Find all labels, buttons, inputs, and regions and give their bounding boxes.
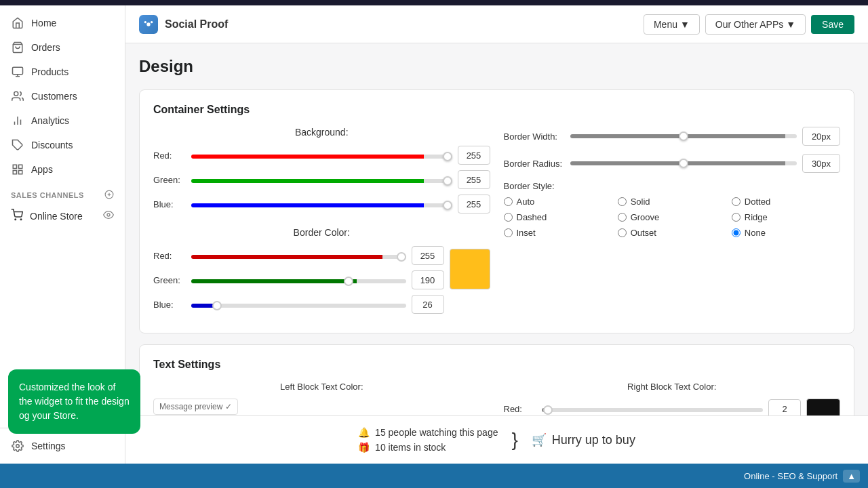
- other-apps-chevron-icon: ▼: [786, 19, 795, 30]
- border-radius-slider[interactable]: [570, 161, 797, 165]
- bc-red-row: Red: 255: [153, 246, 444, 265]
- menu-button[interactable]: Menu ▼: [644, 14, 700, 35]
- bc-red-slider[interactable]: [191, 255, 406, 259]
- right-settings-col: Border Width: 20px Border Radius: 30px B…: [504, 127, 841, 319]
- page-content: Design Container Settings Background: Re…: [125, 43, 868, 415]
- left-text-block: Left Block Text Color: Message preview ✓…: [153, 382, 490, 415]
- sidebar-item-label-customers: Customers: [31, 91, 77, 102]
- svg-point-17: [20, 219, 22, 220]
- preview-right: 🛒 Hurry up to buy: [532, 432, 635, 447]
- container-settings-card: Container Settings Background: Red: 255: [139, 89, 854, 333]
- bc-green-label: Green:: [153, 275, 186, 285]
- right-text-title: Right Block Text Color:: [504, 382, 841, 392]
- sales-channels-label: SALES CHANNELS: [0, 182, 125, 203]
- svg-rect-1: [13, 67, 23, 75]
- app-header-right: Menu ▼ Our Other APPs ▼ Save: [644, 14, 854, 35]
- sidebar-item-orders[interactable]: Orders: [0, 35, 125, 60]
- background-title: Background:: [153, 127, 490, 138]
- border-style-none[interactable]: None: [732, 228, 840, 238]
- border-radius-label: Border Radius:: [504, 159, 565, 169]
- border-style-solid[interactable]: Solid: [618, 197, 726, 207]
- svg-point-4: [14, 92, 18, 96]
- border-style-dotted[interactable]: Dotted: [732, 197, 840, 207]
- top-bar: [0, 0, 868, 5]
- text-settings-grid: Left Block Text Color: Message preview ✓…: [153, 382, 840, 415]
- border-radius-row: Border Radius: 30px: [504, 154, 841, 173]
- sidebar-item-products[interactable]: Products: [0, 60, 125, 84]
- bg-blue-slider[interactable]: [191, 203, 452, 207]
- left-settings-col: Background: Red: 255 Green:: [153, 127, 490, 319]
- border-style-auto[interactable]: Auto: [504, 197, 612, 207]
- sidebar-item-discounts[interactable]: Discounts: [0, 133, 125, 157]
- sidebar-item-analytics[interactable]: Analytics: [0, 108, 125, 133]
- border-section: Border Width: 20px Border Radius: 30px B…: [504, 127, 841, 238]
- border-style-options: Auto Solid Dotted Dashed Groove Ridge In…: [504, 197, 841, 238]
- border-width-slider[interactable]: [570, 134, 797, 138]
- bg-blue-value: 255: [458, 195, 490, 214]
- left-text-title: Left Block Text Color:: [153, 382, 490, 392]
- analytics-icon: [11, 114, 24, 127]
- bc-green-slider[interactable]: [191, 279, 406, 283]
- save-button[interactable]: Save: [811, 15, 854, 34]
- watching-icon: 🔔: [358, 427, 370, 438]
- bg-red-slider[interactable]: [191, 155, 452, 159]
- bc-blue-row: Blue: 26: [153, 295, 444, 314]
- online-store-label: Online Store: [30, 211, 83, 222]
- bg-blue-label: Blue:: [153, 199, 186, 209]
- bg-green-value: 255: [458, 170, 490, 189]
- bg-green-slider[interactable]: [191, 179, 452, 183]
- other-apps-button[interactable]: Our Other APPs ▼: [705, 14, 806, 35]
- online-store-eye-icon[interactable]: [103, 209, 114, 222]
- border-style-inset[interactable]: Inset: [504, 228, 612, 238]
- page-title: Design: [139, 57, 854, 76]
- border-style-groove[interactable]: Groove: [618, 212, 726, 222]
- add-sales-channel-icon[interactable]: [104, 190, 114, 201]
- bc-blue-slider[interactable]: [191, 304, 406, 308]
- bg-red-value: 255: [458, 146, 490, 165]
- settings-grid: Background: Red: 255 Green:: [153, 127, 840, 319]
- stock-icon: 🎁: [358, 442, 370, 453]
- orders-icon: [11, 41, 24, 54]
- cta-text: Hurry up to buy: [552, 433, 635, 447]
- watching-text-row: 🔔 15 people watching this page: [358, 427, 498, 438]
- bc-blue-value: 26: [412, 295, 444, 314]
- border-style-outset[interactable]: Outset: [618, 228, 726, 238]
- bg-red-label: Red:: [153, 150, 186, 161]
- sidebar-item-label-apps: Apps: [31, 164, 53, 175]
- sidebar-item-customers[interactable]: Customers: [0, 84, 125, 108]
- cart-icon: 🛒: [532, 432, 547, 447]
- sidebar-item-online-store[interactable]: Online Store: [0, 203, 125, 228]
- preview-divider: }: [511, 429, 517, 451]
- bg-green-label: Green:: [153, 175, 186, 185]
- bg-green-row: Green: 255: [153, 170, 490, 189]
- right-text-red-label: Red:: [504, 404, 536, 414]
- home-icon: [11, 16, 24, 30]
- text-settings-card: Text Settings Left Block Text Color: Mes…: [139, 344, 854, 415]
- products-icon: [11, 65, 24, 79]
- discounts-icon: [11, 138, 24, 152]
- sidebar-item-home[interactable]: Home: [0, 11, 125, 35]
- right-text-red-value: 2: [768, 399, 801, 415]
- bc-blue-label: Blue:: [153, 300, 186, 310]
- border-style-ridge[interactable]: Ridge: [732, 212, 840, 222]
- settings-icon: [11, 439, 24, 453]
- apps-icon: [11, 163, 24, 176]
- sidebar-item-apps[interactable]: Apps: [0, 157, 125, 182]
- customers-icon: [11, 89, 24, 103]
- right-text-slider[interactable]: [542, 408, 764, 412]
- right-text-block: Right Block Text Color: Red: 2: [504, 382, 841, 415]
- border-color-title: Border Color:: [153, 227, 490, 238]
- border-style-dashed[interactable]: Dashed: [504, 212, 612, 222]
- border-width-value: 20px: [802, 127, 840, 146]
- bc-green-value: 190: [412, 270, 444, 289]
- main-area: Social Proof Menu ▼ Our Other APPs ▼ Sav…: [125, 5, 868, 464]
- menu-chevron-icon: ▼: [680, 19, 690, 30]
- container-settings-title: Container Settings: [153, 104, 840, 116]
- sidebar-item-label-analytics: Analytics: [31, 115, 69, 126]
- sidebar-item-label-home: Home: [31, 18, 56, 28]
- bottom-bar-chevron-icon[interactable]: ▲: [843, 470, 860, 483]
- text-settings-title: Text Settings: [153, 359, 840, 371]
- bg-red-row: Red: 255: [153, 146, 490, 165]
- sidebar-item-settings[interactable]: Settings: [0, 434, 125, 458]
- sidebar-item-label-discounts: Discounts: [31, 140, 73, 150]
